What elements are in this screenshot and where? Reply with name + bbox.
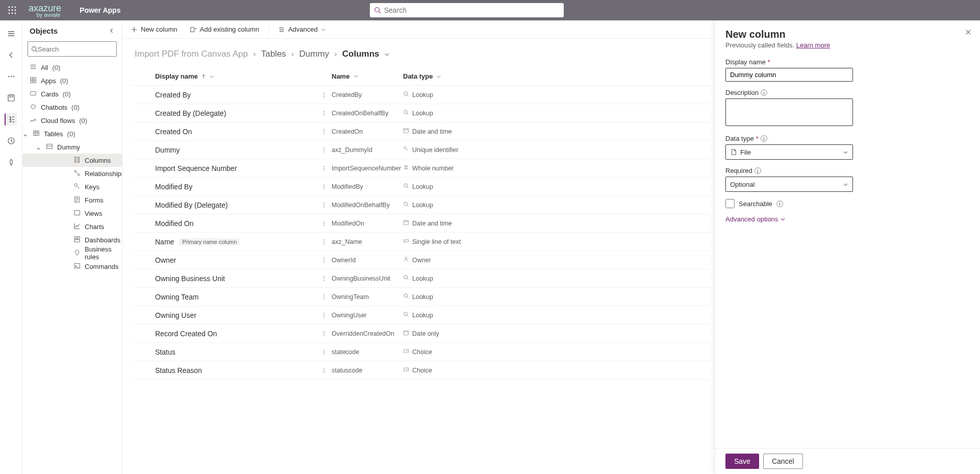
sidebar-item-apps[interactable]: Apps (0) — [22, 74, 122, 87]
row-actions-button[interactable] — [316, 220, 332, 227]
row-actions-button[interactable] — [316, 165, 332, 171]
svg-rect-22 — [34, 80, 36, 82]
sidebar-subitem-relationships[interactable]: Relationships — [22, 167, 122, 180]
chevron-down-icon[interactable] — [384, 52, 390, 57]
global-search-input[interactable] — [381, 6, 560, 14]
table-row[interactable]: NamePrimary name columnaxz_NameSingle li… — [133, 233, 711, 251]
sidebar-subitem-views[interactable]: Views — [22, 207, 122, 220]
advanced-dropdown[interactable]: Advanced — [275, 23, 329, 35]
rail-save[interactable] — [5, 92, 17, 104]
save-button[interactable]: Save — [725, 454, 759, 469]
dashboards-icon — [73, 236, 81, 244]
row-display-name: Status — [155, 348, 175, 356]
sidebar-subitem-dashboards[interactable]: Dashboards — [22, 233, 122, 246]
row-actions-button[interactable] — [316, 202, 332, 208]
table-row[interactable]: Record Created OnOverriddenCreatedOnDate… — [133, 325, 711, 343]
sidebar-subitem-keys[interactable]: Keys — [22, 180, 122, 193]
row-actions-button[interactable] — [316, 257, 332, 263]
sidebar-item-cards[interactable]: Cards (0) — [22, 87, 122, 101]
description-input[interactable] — [725, 98, 853, 126]
waffle-menu[interactable] — [4, 2, 20, 18]
header-data-type[interactable]: Data type — [403, 72, 711, 80]
breadcrumb-table[interactable]: Dummy — [299, 49, 330, 59]
rail-hamburger[interactable] — [5, 28, 17, 40]
row-actions-button[interactable] — [316, 276, 332, 282]
row-schema-name: ModifiedBy — [332, 183, 403, 190]
rail-history[interactable] — [5, 135, 17, 147]
svg-rect-36 — [74, 236, 77, 238]
advanced-options-toggle[interactable]: Advanced options — [725, 215, 970, 223]
row-actions-button[interactable] — [316, 110, 332, 116]
breadcrumb-root[interactable]: Import PDF from Canvas App — [135, 49, 248, 59]
row-actions-button[interactable] — [316, 147, 332, 153]
table-row[interactable]: Modified By (Delegate)ModifiedOnBehalfBy… — [133, 196, 711, 214]
sidebar-search[interactable] — [28, 41, 117, 57]
collapse-sidebar-button[interactable] — [109, 27, 115, 35]
close-panel-button[interactable] — [965, 29, 972, 38]
svg-point-60 — [323, 151, 324, 152]
global-search[interactable] — [370, 3, 564, 17]
cancel-button[interactable]: Cancel — [763, 454, 803, 469]
header-display-name[interactable]: Display name — [133, 72, 316, 80]
add-existing-column-button[interactable]: Add existing column — [187, 23, 262, 35]
row-data-type: Lookup — [403, 109, 711, 117]
row-actions-button[interactable] — [316, 349, 332, 355]
table-row[interactable]: Created OnCreatedOnDate and time — [133, 122, 711, 141]
header-name[interactable]: Name — [332, 72, 403, 80]
rail-objects[interactable] — [5, 113, 17, 126]
more-vertical-icon — [321, 367, 327, 373]
sidebar-item-all[interactable]: All (0) — [22, 61, 122, 74]
more-vertical-icon — [321, 312, 327, 318]
more-vertical-icon — [321, 294, 327, 300]
table-row[interactable]: Modified OnModifiedOnDate and time — [133, 214, 711, 233]
row-actions-button[interactable] — [316, 92, 332, 98]
data-type-select[interactable]: File — [725, 144, 853, 160]
row-actions-button[interactable] — [316, 367, 332, 373]
sidebar-item-table-dummy[interactable]: ⌄Dummy — [22, 140, 122, 154]
sidebar-search-input[interactable] — [38, 45, 113, 53]
learn-more-link[interactable]: Learn more — [796, 41, 830, 49]
table-row[interactable]: Owning UserOwningUserLookup — [133, 306, 711, 325]
sidebar-subitem-forms[interactable]: Forms — [22, 193, 122, 207]
svg-point-32 — [78, 173, 80, 176]
table-row[interactable]: StatusstatecodeChoice — [133, 343, 711, 361]
rail-more[interactable] — [5, 70, 17, 83]
table-row[interactable]: OwnerOwnerIdOwner — [133, 251, 711, 269]
tree-item-icon — [33, 130, 40, 138]
svg-point-13 — [13, 76, 14, 77]
svg-point-8 — [15, 13, 16, 14]
display-name-input[interactable] — [725, 68, 853, 82]
grid-header-row: Display name Name Data type — [133, 67, 711, 86]
required-select[interactable]: Optional — [725, 177, 853, 192]
table-row[interactable]: Created By (Delegate)CreatedOnBehalfByLo… — [133, 104, 711, 122]
sidebar-subitem-columns[interactable]: Columns — [22, 154, 122, 167]
row-actions-button[interactable] — [316, 331, 332, 337]
sidebar-item-tables[interactable]: ⌄Tables (0) — [22, 127, 122, 140]
sidebar-subitem-charts[interactable]: Charts — [22, 220, 122, 233]
breadcrumb-tables[interactable]: Tables — [261, 49, 286, 59]
rail-publish[interactable] — [5, 156, 17, 168]
sidebar-subitem-business-rules[interactable]: Business rules — [22, 246, 122, 260]
table-row[interactable]: Owning TeamOwningTeamLookup — [133, 288, 711, 306]
row-actions-button[interactable] — [316, 129, 332, 135]
svg-rect-28 — [47, 144, 53, 148]
searchable-checkbox[interactable] — [725, 199, 735, 208]
sidebar-item-chatbots[interactable]: Chatbots (0) — [22, 101, 122, 114]
table-row[interactable]: Import Sequence NumberImportSequenceNumb… — [133, 159, 711, 178]
rail-back[interactable] — [5, 49, 17, 61]
row-actions-button[interactable] — [316, 239, 332, 245]
lookup-type-icon — [403, 91, 409, 98]
table-row[interactable]: Status ReasonstatuscodeChoice — [133, 361, 711, 380]
new-column-button[interactable]: New column — [128, 23, 181, 35]
chevron-down-icon — [843, 182, 848, 187]
svg-point-77 — [323, 224, 324, 226]
row-actions-button[interactable] — [316, 294, 332, 300]
table-row[interactable]: Created ByCreatedByLookup — [133, 86, 711, 104]
sidebar-subitem-commands[interactable]: Commands — [22, 260, 122, 273]
sidebar-item-cloud-flows[interactable]: Cloud flows (0) — [22, 114, 122, 127]
table-row[interactable]: Owning Business UnitOwningBusinessUnitLo… — [133, 269, 711, 288]
row-actions-button[interactable] — [316, 184, 332, 190]
table-row[interactable]: Dummyaxz_DummyIdUnique identifier — [133, 141, 711, 159]
row-actions-button[interactable] — [316, 312, 332, 318]
table-row[interactable]: Modified ByModifiedByLookup — [133, 178, 711, 196]
